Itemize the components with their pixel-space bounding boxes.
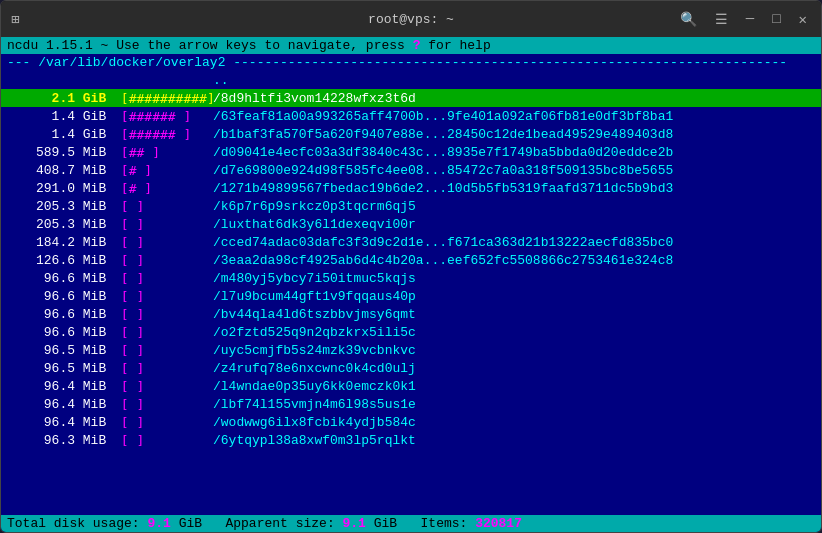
apparent-unit: GiB [374,516,397,531]
titlebar: ⊞ root@vps: ~ 🔍 ☰ ─ □ ✕ [1,1,821,37]
entry-19[interactable]: 96.3 MiB [ ] /6ytqypl38a8xwf0m3lp5rqlkt [1,431,821,449]
entry-15[interactable]: 96.5 MiB [ ] /z4rufq78e6nxcwnc0k4cd0ulj [1,359,821,377]
entry-3[interactable]: 589.5 MiB [## ] /d09041e4ecfc03a3df3840c… [1,143,821,161]
total-unit: GiB [179,516,202,531]
total-label: Total disk usage: [7,516,140,531]
entry-17[interactable]: 96.4 MiB [ ] /lbf74l155vmjn4m6l98s5us1e [1,395,821,413]
entry-16[interactable]: 96.4 MiB [ ] /l4wndae0p35uy6kk0emczk0k1 [1,377,821,395]
entry-14[interactable]: 96.5 MiB [ ] /uyc5cmjfb5s24mzk39vcbnkvc [1,341,821,359]
terminal-body: ncdu 1.15.1 ~ Use the arrow keys to navi… [1,37,821,532]
maximize-button[interactable]: □ [768,9,784,29]
terminal-icon: ⊞ [11,11,19,28]
minimize-button[interactable]: ─ [742,9,758,29]
info-text: ncdu 1.15.1 ~ Use the arrow keys to navi… [7,38,413,53]
file-list: .. 2.1 GiB [##########] /8d9hltfi3vom142… [1,71,821,515]
entry-18[interactable]: 96.4 MiB [ ] /wodwwg6ilx8fcbik4ydjb584c [1,413,821,431]
entry-10[interactable]: 96.6 MiB [ ] /m480yj5ybcy7i50itmuc5kqjs [1,269,821,287]
apparent-label: Apparent size: [225,516,334,531]
entry-13[interactable]: 96.6 MiB [ ] /o2fztd525q9n2qbzkrx5ili5c [1,323,821,341]
entry-1[interactable]: 1.4 GiB [###### ] /63feaf81a00a993265aff… [1,107,821,125]
titlebar-controls: 🔍 ☰ ─ □ ✕ [676,9,811,30]
entry-0[interactable]: 2.1 GiB [##########] /8d9hltfi3vom14228w… [1,89,821,107]
total-size: 9.1 [147,516,170,531]
entry-7[interactable]: 205.3 MiB [ ] /luxthat6dk3y6l1dexeqvi00r [1,215,821,233]
items-count: 320817 [475,516,522,531]
path-bar: --- /var/lib/docker/overlay2 -----------… [1,54,821,71]
entry-12[interactable]: 96.6 MiB [ ] /bv44qla4ld6tszbbvjmsy6qmt [1,305,821,323]
path-text: --- /var/lib/docker/overlay2 -----------… [7,55,787,70]
titlebar-left: ⊞ [11,11,19,28]
status-bar: Total disk usage: 9.1 GiB Apparent size:… [1,515,821,532]
items-label: Items: [421,516,468,531]
entry-8[interactable]: 184.2 MiB [ ] /cced74adac03dafc3f3d9c2d1… [1,233,821,251]
entry-11[interactable]: 96.6 MiB [ ] /l7u9bcum44gft1v9fqqaus40p [1,287,821,305]
search-button[interactable]: 🔍 [676,9,701,30]
window-title: root@vps: ~ [368,12,454,27]
info-bar: ncdu 1.15.1 ~ Use the arrow keys to navi… [1,37,821,54]
close-button[interactable]: ✕ [795,9,811,30]
info-suffix: for help [420,38,490,53]
entry-2[interactable]: 1.4 GiB [###### ] /b1baf3fa570f5a620f940… [1,125,821,143]
entry-4[interactable]: 408.7 MiB [# ] /d7e69800e924d98f585fc4ee… [1,161,821,179]
apparent-size: 9.1 [343,516,366,531]
terminal-window: ⊞ root@vps: ~ 🔍 ☰ ─ □ ✕ ncdu 1.15.1 ~ Us… [0,0,822,533]
entry-6[interactable]: 205.3 MiB [ ] /k6p7r6p9srkcz0p3tqcrm6qj5 [1,197,821,215]
parent-dir-entry[interactable]: .. [1,71,821,89]
menu-button[interactable]: ☰ [711,9,732,30]
entry-9[interactable]: 126.6 MiB [ ] /3eaa2da98cf4925ab6d4c4b20… [1,251,821,269]
entry-5[interactable]: 291.0 MiB [# ] /1271b49899567fbedac19b6d… [1,179,821,197]
